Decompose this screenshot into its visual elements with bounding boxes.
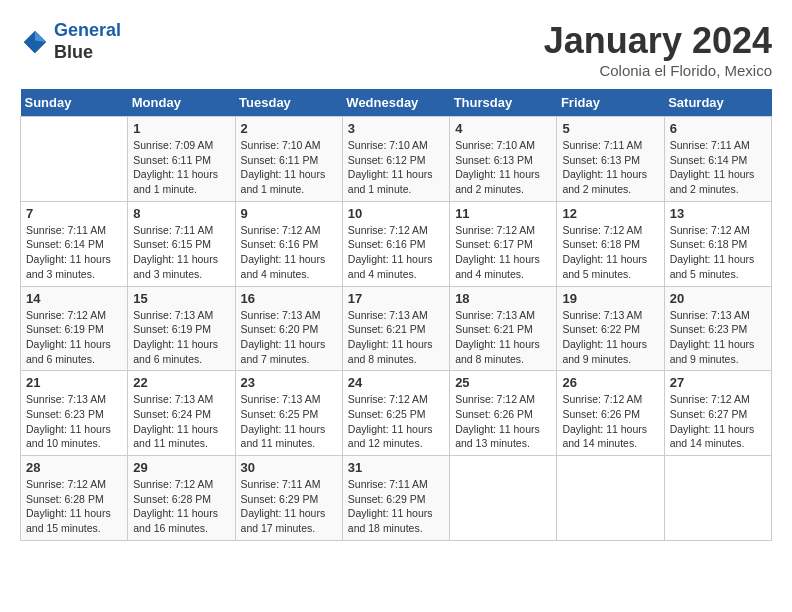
calendar-cell: 13Sunrise: 7:12 AM Sunset: 6:18 PM Dayli… (664, 201, 771, 286)
day-number: 27 (670, 375, 766, 390)
day-info: Sunrise: 7:13 AM Sunset: 6:23 PM Dayligh… (670, 308, 766, 367)
day-number: 24 (348, 375, 444, 390)
day-info: Sunrise: 7:12 AM Sunset: 6:28 PM Dayligh… (133, 477, 229, 536)
calendar-cell: 30Sunrise: 7:11 AM Sunset: 6:29 PM Dayli… (235, 456, 342, 541)
day-number: 8 (133, 206, 229, 221)
logo-text: General Blue (54, 20, 121, 63)
day-number: 4 (455, 121, 551, 136)
day-number: 9 (241, 206, 337, 221)
logo: General Blue (20, 20, 121, 63)
calendar-cell: 22Sunrise: 7:13 AM Sunset: 6:24 PM Dayli… (128, 371, 235, 456)
calendar-cell (21, 117, 128, 202)
day-info: Sunrise: 7:12 AM Sunset: 6:26 PM Dayligh… (455, 392, 551, 451)
day-info: Sunrise: 7:13 AM Sunset: 6:19 PM Dayligh… (133, 308, 229, 367)
day-info: Sunrise: 7:11 AM Sunset: 6:15 PM Dayligh… (133, 223, 229, 282)
day-number: 31 (348, 460, 444, 475)
day-header-wednesday: Wednesday (342, 89, 449, 117)
days-header-row: SundayMondayTuesdayWednesdayThursdayFrid… (21, 89, 772, 117)
day-info: Sunrise: 7:11 AM Sunset: 6:29 PM Dayligh… (348, 477, 444, 536)
calendar-cell: 10Sunrise: 7:12 AM Sunset: 6:16 PM Dayli… (342, 201, 449, 286)
day-header-thursday: Thursday (450, 89, 557, 117)
calendar-cell: 1Sunrise: 7:09 AM Sunset: 6:11 PM Daylig… (128, 117, 235, 202)
day-header-sunday: Sunday (21, 89, 128, 117)
page-header: General Blue January 2024 Colonia el Flo… (20, 20, 772, 79)
calendar-cell: 26Sunrise: 7:12 AM Sunset: 6:26 PM Dayli… (557, 371, 664, 456)
day-number: 28 (26, 460, 122, 475)
calendar-cell: 15Sunrise: 7:13 AM Sunset: 6:19 PM Dayli… (128, 286, 235, 371)
logo-line2: Blue (54, 42, 121, 64)
day-info: Sunrise: 7:13 AM Sunset: 6:21 PM Dayligh… (455, 308, 551, 367)
calendar-cell: 29Sunrise: 7:12 AM Sunset: 6:28 PM Dayli… (128, 456, 235, 541)
day-info: Sunrise: 7:12 AM Sunset: 6:19 PM Dayligh… (26, 308, 122, 367)
day-number: 13 (670, 206, 766, 221)
day-info: Sunrise: 7:11 AM Sunset: 6:13 PM Dayligh… (562, 138, 658, 197)
svg-marker-2 (24, 40, 35, 53)
day-number: 29 (133, 460, 229, 475)
day-info: Sunrise: 7:13 AM Sunset: 6:21 PM Dayligh… (348, 308, 444, 367)
calendar-cell: 5Sunrise: 7:11 AM Sunset: 6:13 PM Daylig… (557, 117, 664, 202)
calendar-cell: 21Sunrise: 7:13 AM Sunset: 6:23 PM Dayli… (21, 371, 128, 456)
calendar-cell: 31Sunrise: 7:11 AM Sunset: 6:29 PM Dayli… (342, 456, 449, 541)
day-number: 22 (133, 375, 229, 390)
day-info: Sunrise: 7:13 AM Sunset: 6:23 PM Dayligh… (26, 392, 122, 451)
day-info: Sunrise: 7:12 AM Sunset: 6:16 PM Dayligh… (241, 223, 337, 282)
calendar-cell: 20Sunrise: 7:13 AM Sunset: 6:23 PM Dayli… (664, 286, 771, 371)
day-number: 14 (26, 291, 122, 306)
day-number: 2 (241, 121, 337, 136)
svg-marker-1 (35, 30, 46, 41)
day-number: 7 (26, 206, 122, 221)
day-info: Sunrise: 7:13 AM Sunset: 6:22 PM Dayligh… (562, 308, 658, 367)
month-title: January 2024 (544, 20, 772, 62)
week-row-4: 21Sunrise: 7:13 AM Sunset: 6:23 PM Dayli… (21, 371, 772, 456)
day-number: 1 (133, 121, 229, 136)
day-number: 23 (241, 375, 337, 390)
calendar-table: SundayMondayTuesdayWednesdayThursdayFrid… (20, 89, 772, 541)
calendar-cell: 9Sunrise: 7:12 AM Sunset: 6:16 PM Daylig… (235, 201, 342, 286)
calendar-cell (557, 456, 664, 541)
day-number: 26 (562, 375, 658, 390)
day-info: Sunrise: 7:10 AM Sunset: 6:13 PM Dayligh… (455, 138, 551, 197)
day-number: 16 (241, 291, 337, 306)
day-info: Sunrise: 7:10 AM Sunset: 6:11 PM Dayligh… (241, 138, 337, 197)
calendar-cell: 27Sunrise: 7:12 AM Sunset: 6:27 PM Dayli… (664, 371, 771, 456)
day-number: 19 (562, 291, 658, 306)
logo-icon (20, 27, 50, 57)
day-header-monday: Monday (128, 89, 235, 117)
day-header-friday: Friday (557, 89, 664, 117)
logo-line1: General (54, 20, 121, 40)
calendar-cell: 8Sunrise: 7:11 AM Sunset: 6:15 PM Daylig… (128, 201, 235, 286)
day-number: 12 (562, 206, 658, 221)
calendar-cell: 11Sunrise: 7:12 AM Sunset: 6:17 PM Dayli… (450, 201, 557, 286)
day-info: Sunrise: 7:11 AM Sunset: 6:14 PM Dayligh… (670, 138, 766, 197)
calendar-cell: 14Sunrise: 7:12 AM Sunset: 6:19 PM Dayli… (21, 286, 128, 371)
day-info: Sunrise: 7:12 AM Sunset: 6:17 PM Dayligh… (455, 223, 551, 282)
week-row-3: 14Sunrise: 7:12 AM Sunset: 6:19 PM Dayli… (21, 286, 772, 371)
calendar-cell: 6Sunrise: 7:11 AM Sunset: 6:14 PM Daylig… (664, 117, 771, 202)
day-info: Sunrise: 7:11 AM Sunset: 6:29 PM Dayligh… (241, 477, 337, 536)
day-info: Sunrise: 7:10 AM Sunset: 6:12 PM Dayligh… (348, 138, 444, 197)
week-row-2: 7Sunrise: 7:11 AM Sunset: 6:14 PM Daylig… (21, 201, 772, 286)
calendar-cell (450, 456, 557, 541)
day-number: 21 (26, 375, 122, 390)
calendar-cell: 16Sunrise: 7:13 AM Sunset: 6:20 PM Dayli… (235, 286, 342, 371)
day-number: 30 (241, 460, 337, 475)
calendar-cell: 25Sunrise: 7:12 AM Sunset: 6:26 PM Dayli… (450, 371, 557, 456)
day-info: Sunrise: 7:11 AM Sunset: 6:14 PM Dayligh… (26, 223, 122, 282)
day-header-tuesday: Tuesday (235, 89, 342, 117)
day-number: 10 (348, 206, 444, 221)
day-number: 3 (348, 121, 444, 136)
day-number: 17 (348, 291, 444, 306)
day-info: Sunrise: 7:13 AM Sunset: 6:25 PM Dayligh… (241, 392, 337, 451)
calendar-cell: 23Sunrise: 7:13 AM Sunset: 6:25 PM Dayli… (235, 371, 342, 456)
day-info: Sunrise: 7:12 AM Sunset: 6:18 PM Dayligh… (562, 223, 658, 282)
calendar-cell: 3Sunrise: 7:10 AM Sunset: 6:12 PM Daylig… (342, 117, 449, 202)
calendar-cell: 19Sunrise: 7:13 AM Sunset: 6:22 PM Dayli… (557, 286, 664, 371)
day-info: Sunrise: 7:09 AM Sunset: 6:11 PM Dayligh… (133, 138, 229, 197)
calendar-cell: 28Sunrise: 7:12 AM Sunset: 6:28 PM Dayli… (21, 456, 128, 541)
day-info: Sunrise: 7:12 AM Sunset: 6:18 PM Dayligh… (670, 223, 766, 282)
title-block: January 2024 Colonia el Florido, Mexico (544, 20, 772, 79)
calendar-cell: 17Sunrise: 7:13 AM Sunset: 6:21 PM Dayli… (342, 286, 449, 371)
calendar-cell: 2Sunrise: 7:10 AM Sunset: 6:11 PM Daylig… (235, 117, 342, 202)
day-info: Sunrise: 7:12 AM Sunset: 6:25 PM Dayligh… (348, 392, 444, 451)
day-info: Sunrise: 7:12 AM Sunset: 6:28 PM Dayligh… (26, 477, 122, 536)
